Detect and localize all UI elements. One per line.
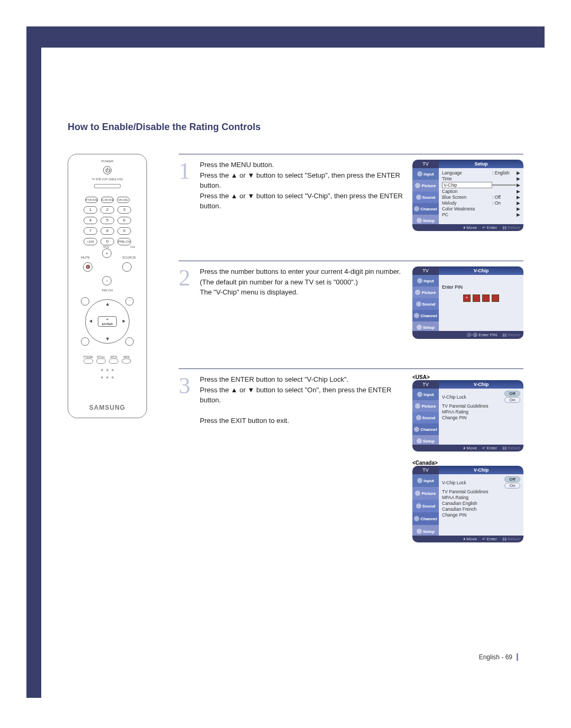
pmode-button: P.MODE (85, 197, 98, 203)
menu-item-pc: PC▶ (442, 212, 520, 217)
pin-digit-2 (473, 294, 480, 302)
num-1: 1 (84, 206, 97, 214)
footer-return: ▮▮Return (502, 225, 520, 230)
osd-footer: ⓪~⑨Enter PIN ▮▮Return (412, 331, 523, 339)
enter-pin-label: Enter PIN (442, 284, 520, 290)
step-osd-1: TV Setup Input Picture Sound Channel Set… (412, 160, 523, 239)
enter-icon: ↵ (482, 225, 486, 230)
columns: POWER ⏻ TV STB VCR CABLE DVD P.MODE S.MO… (68, 154, 523, 556)
osd-footer: ♦Move ↵Enter ▮▮Return (412, 536, 523, 542)
osd-tv-label: TV (412, 466, 439, 474)
menu-item-tvparental: TV Parental Guidelines (442, 403, 520, 409)
menu-item-caption: Caption▶ (442, 189, 520, 194)
osd-title: V-Chip (439, 380, 523, 389)
sound-icon (416, 195, 421, 200)
numpad-row-3: 7 8 9 (73, 227, 141, 235)
pin-digit-4 (492, 294, 499, 302)
osd-footer: ♦Move ↵Enter ▮▮Return (412, 445, 523, 451)
numpad-row-1: 1 2 3 (73, 206, 141, 214)
osd-vchip-list: V-Chip Lock Off On TV Parental Guideline… (439, 474, 523, 538)
osd-title: Setup (439, 160, 523, 168)
favch-label: FAV.CH (102, 289, 113, 292)
menu-item-bluescreen: Blue Screen: Off▶ (442, 195, 520, 200)
pre-ch-button: PRE-CH (117, 238, 131, 245)
bottom-row: P.SIZE STILL MTS SRS (84, 355, 131, 364)
menu-item-mpaa: MPAA Rating (442, 409, 520, 414)
power-icon: ⏻ (103, 166, 112, 174)
osd-main-list: Language: English▶ Time▶ V-Chip▶ Caption… (439, 168, 523, 226)
srs-label: SRS (122, 355, 131, 358)
osd-pin: TV V-Chip Input Picture Sound Channel Se… (412, 266, 523, 339)
step-1: 1 Press the MENU button. Press the ▲ or … (179, 154, 523, 239)
mode-slider (94, 184, 121, 188)
osd-setup: TV Setup Input Picture Sound Channel Set… (412, 160, 523, 231)
num-3: 3 (117, 206, 131, 214)
smode-button: S.MODE (101, 197, 114, 203)
pin-input-row (442, 294, 520, 302)
step-2: 2 Press the number buttons to enter your… (179, 261, 523, 347)
menu-item-colorweakness: Color Weakness▶ (442, 206, 520, 211)
step-text: Press the number buttons to enter your c… (200, 266, 407, 298)
down-arrow-icon: ▼ (105, 336, 110, 342)
mode-buttons-row: P.MODE S.MODE MODE (73, 197, 141, 203)
sidebar-sound: Sound (412, 298, 439, 310)
step-number: 3 (179, 374, 195, 398)
step-osd-3: <USA> TV V-Chip Input Picture Sound (412, 374, 523, 551)
step-3: 3 Press the ENTER button to select "V-Ch… (179, 368, 523, 551)
return-icon: ▮▮ (502, 333, 506, 337)
num-6: 6 (117, 217, 131, 224)
enter-button: ↵ENTER (98, 316, 117, 327)
mute-label: MUTE (81, 256, 90, 259)
menu-item-can-english: Canadian English (442, 501, 520, 506)
manual-page: How to Enable/Disable the Rating Control… (26, 26, 545, 698)
pin-digit-1 (463, 294, 471, 302)
menu-item-changepin: Change PIN (442, 512, 520, 518)
mode-button: MODE (117, 197, 130, 203)
footer-return: ▮▮Return (502, 332, 520, 338)
mute-button: 🔇 (83, 262, 93, 272)
still-button (96, 358, 106, 364)
psize-button (84, 358, 93, 364)
numeric-icon: ⓪~⑨ (467, 332, 478, 338)
step-text: Press the MENU button. Press the ▲ or ▼ … (200, 160, 407, 211)
dot-row-1 (101, 369, 114, 371)
step-number: 1 (179, 160, 195, 183)
sidebar-channel: Channel (412, 203, 439, 215)
source-label: SOURCE (122, 256, 136, 259)
numpad-row-4: +100 0 PRE-CH (73, 238, 141, 245)
osd-title: V-Chip (439, 466, 523, 474)
sidebar-input: Input (412, 168, 439, 180)
menu-item-tvparental: TV Parental Guidelines (442, 489, 520, 494)
osd-sidebar: Input Picture Sound Channel Setup (412, 389, 439, 447)
osd-sidebar: Input Picture Sound Channel Setup (412, 168, 439, 226)
step-osd-2: TV V-Chip Input Picture Sound Channel Se… (412, 266, 523, 347)
enter-label: ENTER (102, 322, 113, 326)
right-arrow-icon: ► (122, 318, 126, 324)
osd-pin-main: Enter PIN (439, 275, 523, 333)
menu-item-melody: Melody: On▶ (442, 200, 520, 206)
num-4: 4 (84, 217, 97, 224)
osd-tv-label: TV (412, 266, 439, 275)
osd-sidebar: Input Picture Sound Channel Setup (412, 474, 439, 538)
page-inner: How to Enable/Disable the Rating Control… (41, 48, 545, 572)
osd-sidebar: Input Picture Sound Channel Setup (412, 275, 439, 333)
sidebar-label: Input (423, 172, 434, 177)
footer-move: ♦Move (463, 225, 477, 230)
srs-button (122, 358, 131, 364)
osd-title: V-Chip (439, 266, 523, 275)
osd-vchip-list: V-Chip Lock Off On TV Parental Guideline… (439, 389, 523, 447)
sidebar-label: Setup (423, 218, 435, 223)
sidebar-picture: Picture (412, 287, 439, 298)
info-button (125, 297, 134, 306)
input-icon (417, 171, 422, 177)
page-number: English - 69 (479, 653, 518, 661)
left-arrow-icon: ◄ (88, 318, 93, 324)
sidebar-label: Channel (420, 207, 437, 211)
psize-label: P.SIZE (84, 355, 93, 358)
vol-down-button: − (102, 276, 112, 285)
diag-bl (81, 337, 89, 346)
num-8: 8 (100, 227, 114, 235)
source-button (122, 262, 132, 272)
canada-label: <Canada> (412, 460, 523, 466)
sidebar-label: Sound (422, 195, 436, 200)
